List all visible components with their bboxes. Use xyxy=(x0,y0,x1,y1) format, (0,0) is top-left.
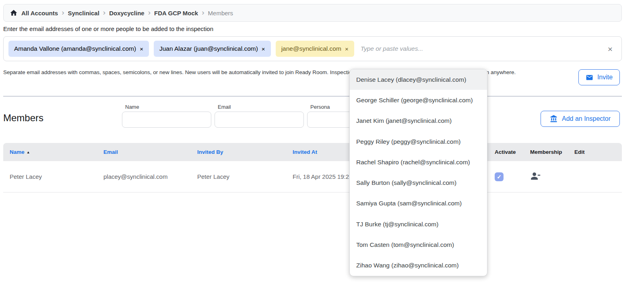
email-icon xyxy=(586,74,593,81)
members-table: Name ▲ Email Invited By Invited At Activ… xyxy=(3,143,622,193)
suggestion-item[interactable]: Samiya Gupta (sam@synclinical.com) xyxy=(350,193,487,214)
page: All Accounts › Synclinical › Doxycycline… xyxy=(0,0,644,294)
chevron-right-icon: › xyxy=(103,8,105,17)
add-inspector-button-label: Add an Inspector xyxy=(562,115,611,122)
email-suggestions-dropdown: Denise Lacey (dlacey@synclinical.com) Ge… xyxy=(349,69,487,276)
filter-email-input[interactable] xyxy=(215,112,304,128)
column-header-activate: Activate xyxy=(495,149,530,155)
table-row: Peter Lacey placey@synclinical.com Peter… xyxy=(3,161,622,193)
table-header-row: Name ▲ Email Invited By Invited At Activ… xyxy=(3,143,622,161)
email-chip[interactable]: Amanda Vallone (amanda@synclinical.com) … xyxy=(8,41,149,57)
chip-label: Juan Alazar (juan@synclinical.com) xyxy=(159,45,258,52)
person-remove-icon[interactable] xyxy=(530,172,541,181)
breadcrumb-item-synclinical[interactable]: Synclinical xyxy=(68,10,99,17)
suggestion-item[interactable]: Zihao Wang (zihao@synclinical.com) xyxy=(350,255,487,276)
suggestion-item[interactable]: Peggy Riley (peggy@synclinical.com) xyxy=(350,131,487,152)
suggestion-item[interactable]: Rachel Shapiro (rachel@synclinical.com) xyxy=(350,152,487,172)
column-header-label: Edit xyxy=(574,149,585,155)
email-chip[interactable]: jane@synclinical.com × xyxy=(276,41,354,57)
filter-name-label: Name xyxy=(125,104,211,110)
home-icon[interactable] xyxy=(10,9,18,17)
suggestion-item[interactable]: Janet Kim (janet@synclinical.com) xyxy=(350,111,487,131)
suggestion-item[interactable]: Tom Casten (tom@synclinical.com) xyxy=(350,234,487,255)
sort-asc-icon: ▲ xyxy=(27,150,30,154)
column-header-invited-by[interactable]: Invited By xyxy=(197,149,293,155)
cell-membership xyxy=(530,172,574,182)
column-header-label: Name xyxy=(10,149,25,155)
remove-chip-icon[interactable]: × xyxy=(140,46,143,52)
instruction-text: Enter the email addresses of one or more… xyxy=(3,25,213,32)
suggestion-item[interactable]: Sally Burton (sally@synclinical.com) xyxy=(350,172,487,193)
chip-label: jane@synclinical.com xyxy=(281,45,341,52)
activate-checkbox[interactable]: ✓ xyxy=(495,172,504,181)
add-inspector-button[interactable]: Add an Inspector xyxy=(541,111,620,127)
column-header-label: Email xyxy=(103,149,118,155)
column-header-label: Activate xyxy=(495,149,516,155)
clear-input-icon[interactable]: × xyxy=(608,45,613,53)
cell-name: Peter Lacey xyxy=(10,173,103,180)
checkmark-icon: ✓ xyxy=(497,174,502,180)
institution-icon xyxy=(550,115,558,123)
cell-activate: ✓ xyxy=(495,172,530,181)
email-input-container[interactable]: Amanda Vallone (amanda@synclinical.com) … xyxy=(3,36,622,61)
cell-invited-by: Peter Lacey xyxy=(197,173,293,180)
column-header-label: Invited By xyxy=(197,149,223,155)
suggestion-item[interactable]: George Schiller (george@synclinical.com) xyxy=(350,90,487,110)
chevron-right-icon: › xyxy=(62,8,64,17)
chevron-right-icon: › xyxy=(148,8,151,17)
invite-button[interactable]: Invite xyxy=(578,69,620,85)
filter-name: Name xyxy=(122,104,211,128)
remove-chip-icon[interactable]: × xyxy=(262,46,265,52)
breadcrumb: All Accounts › Synclinical › Doxycycline… xyxy=(3,4,622,22)
filter-name-input[interactable] xyxy=(122,112,211,128)
remove-chip-icon[interactable]: × xyxy=(345,46,349,52)
column-header-name[interactable]: Name ▲ xyxy=(10,149,103,155)
column-header-edit: Edit xyxy=(574,149,622,155)
section-divider xyxy=(3,96,622,97)
breadcrumb-item-doxycycline[interactable]: Doxycycline xyxy=(109,10,144,17)
column-header-email[interactable]: Email xyxy=(103,149,197,155)
breadcrumb-item-members: Members xyxy=(208,10,233,17)
cell-email: placey@synclinical.com xyxy=(103,173,197,180)
column-header-label: Invited At xyxy=(293,149,317,155)
breadcrumb-item-fda-gcp-mock[interactable]: FDA GCP Mock xyxy=(154,10,198,17)
breadcrumb-item-all-accounts[interactable]: All Accounts xyxy=(21,10,58,17)
filter-email: Email xyxy=(215,104,304,128)
suggestion-item[interactable]: TJ Burke (tj@synclinical.com) xyxy=(350,214,487,234)
filter-email-label: Email xyxy=(218,104,304,110)
invite-button-label: Invite xyxy=(597,74,613,81)
email-input[interactable] xyxy=(361,45,603,52)
email-chip[interactable]: Juan Alazar (juan@synclinical.com) × xyxy=(154,41,271,57)
column-header-label: Membership xyxy=(530,149,562,155)
suggestion-item[interactable]: Denise Lacey (dlacey@synclinical.com) xyxy=(350,69,487,90)
chevron-right-icon: › xyxy=(202,8,204,17)
members-heading: Members xyxy=(3,112,43,124)
chip-label: Amanda Vallone (amanda@synclinical.com) xyxy=(14,45,136,52)
column-header-membership: Membership xyxy=(530,149,574,155)
